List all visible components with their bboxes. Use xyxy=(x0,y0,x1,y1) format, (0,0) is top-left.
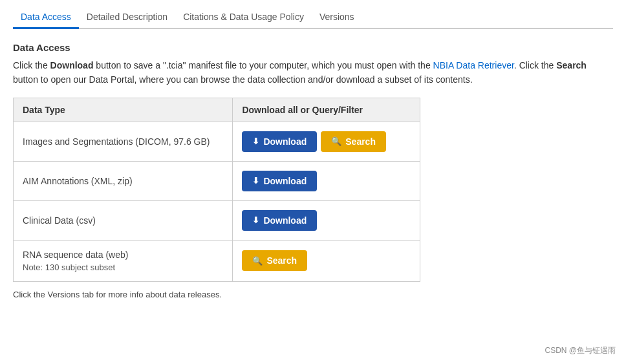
search-bold: Search xyxy=(556,60,587,70)
tab-detailed-description[interactable]: Detailed Description xyxy=(79,6,175,29)
row-note: Note: 130 subject subset xyxy=(23,262,223,272)
tab-bar: Data Access Detailed Description Citatio… xyxy=(13,6,613,29)
footer-note: Click the Versions tab for more info abo… xyxy=(13,290,613,299)
tab-versions[interactable]: Versions xyxy=(312,6,362,29)
search-icon: 🔍 xyxy=(252,256,263,266)
action-cell: 🔍Search xyxy=(233,240,420,281)
col-header-actions: Download all or Query/Filter xyxy=(233,98,420,122)
data-type-cell: AIM Annotations (XML, zip) xyxy=(14,161,233,200)
table-row: RNA sequence data (web)Note: 130 subject… xyxy=(14,240,420,281)
download-button[interactable]: ⬇Download xyxy=(242,171,317,191)
download-bold: Download xyxy=(50,60,94,70)
nbia-link[interactable]: NBIA Data Retriever xyxy=(433,60,514,70)
action-cell: ⬇Download xyxy=(233,200,420,240)
download-icon: ⬇ xyxy=(252,176,259,186)
download-button[interactable]: ⬇Download xyxy=(242,131,317,152)
download-icon: ⬇ xyxy=(252,136,259,146)
data-type-cell: Clinical Data (csv) xyxy=(14,200,233,240)
action-cell: ⬇Download🔍Search xyxy=(233,122,420,161)
tab-citations[interactable]: Citations & Data Usage Policy xyxy=(175,6,312,29)
table-row: Clinical Data (csv)⬇Download xyxy=(14,200,420,240)
download-icon: ⬇ xyxy=(252,215,259,225)
main-content: Data Access Click the Download button to… xyxy=(13,39,613,302)
data-type-cell: RNA sequence data (web)Note: 130 subject… xyxy=(14,240,233,281)
data-access-table: Data Type Download all or Query/Filter I… xyxy=(13,98,420,282)
download-button[interactable]: ⬇Download xyxy=(242,210,317,231)
tab-data-access[interactable]: Data Access xyxy=(13,6,79,29)
table-row: AIM Annotations (XML, zip)⬇Download xyxy=(14,161,420,200)
search-button[interactable]: 🔍Search xyxy=(321,131,386,152)
action-cell: ⬇Download xyxy=(233,161,420,200)
table-row: Images and Segmentations (DICOM, 97.6 GB… xyxy=(14,122,420,161)
col-header-datatype: Data Type xyxy=(14,98,233,122)
search-icon: 🔍 xyxy=(331,136,341,146)
section-title: Data Access xyxy=(13,42,613,53)
search-button[interactable]: 🔍Search xyxy=(242,250,307,271)
intro-text: Click the Download button to save a ".tc… xyxy=(13,58,613,87)
data-type-cell: Images and Segmentations (DICOM, 97.6 GB… xyxy=(14,122,233,161)
